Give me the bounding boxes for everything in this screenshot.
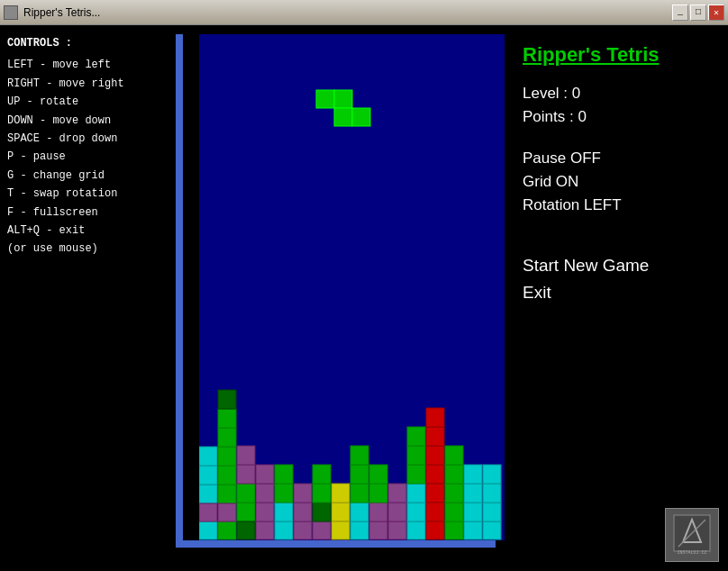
svg-rect-10: [218, 447, 236, 466]
svg-rect-59: [350, 465, 369, 484]
svg-rect-25: [256, 465, 274, 484]
svg-rect-39: [426, 521, 444, 539]
svg-rect-19: [237, 521, 255, 539]
control-item: F - fullscreen: [7, 204, 159, 222]
svg-rect-44: [445, 446, 463, 465]
svg-rect-8: [218, 485, 236, 503]
svg-rect-54: [313, 484, 331, 503]
svg-rect-20: [237, 465, 255, 484]
svg-rect-41: [445, 503, 463, 521]
maximize-button[interactable]: □: [690, 5, 706, 21]
game-title: Ripper's Tetris: [523, 43, 714, 67]
control-item: UP - rotate: [7, 93, 159, 111]
svg-rect-2: [334, 108, 352, 126]
start-new-game-button[interactable]: Start New Game: [523, 256, 714, 276]
svg-rect-28: [275, 484, 293, 503]
svg-rect-64: [369, 465, 387, 484]
controls-list: LEFT - move leftRIGHT - move rightUP - r…: [7, 56, 159, 258]
logo-text: INSTALUJ.CZ: [677, 550, 706, 556]
controls-heading: CONTROLS :: [7, 34, 159, 52]
logo-svg: INSTALUJ.CZ: [669, 511, 714, 556]
level-display: Level : 0: [523, 85, 714, 103]
control-item: G - change grid: [7, 167, 159, 185]
svg-rect-63: [369, 484, 387, 503]
svg-rect-31: [332, 484, 350, 503]
svg-rect-40: [445, 521, 463, 539]
controls-panel: CONTROLS : LEFT - move leftRIGHT - move …: [0, 25, 167, 571]
svg-rect-35: [426, 427, 444, 446]
svg-rect-22: [256, 521, 274, 539]
control-item: T - swap rotation: [7, 185, 159, 203]
control-item: ALT+Q - exit: [7, 222, 159, 240]
svg-rect-65: [388, 521, 406, 539]
svg-rect-1: [334, 90, 352, 108]
svg-rect-74: [483, 521, 501, 539]
svg-rect-9: [218, 466, 236, 485]
svg-rect-46: [464, 503, 482, 521]
svg-rect-30: [332, 503, 350, 521]
svg-rect-24: [256, 484, 274, 503]
app-icon: [4, 5, 18, 20]
svg-rect-52: [313, 521, 331, 539]
grid-status[interactable]: Grid ON: [523, 173, 714, 191]
svg-rect-5: [199, 466, 217, 485]
svg-rect-29: [275, 465, 293, 484]
svg-rect-68: [407, 521, 425, 539]
pause-status[interactable]: Pause OFF: [523, 150, 714, 168]
svg-rect-50: [294, 503, 312, 521]
svg-rect-67: [388, 484, 406, 503]
svg-rect-17: [237, 503, 255, 521]
svg-rect-34: [426, 446, 444, 465]
svg-rect-16: [218, 503, 236, 521]
svg-rect-33: [426, 465, 444, 484]
svg-rect-48: [464, 465, 482, 484]
svg-rect-0: [316, 90, 334, 108]
titlebar-title: Ripper's Tetris...: [23, 6, 100, 19]
svg-rect-55: [313, 465, 331, 484]
control-item: (or use mouse): [7, 240, 159, 258]
instaluj-logo: INSTALUJ.CZ: [665, 508, 719, 562]
board-inner: [199, 34, 505, 540]
svg-rect-38: [426, 503, 444, 521]
svg-rect-77: [483, 465, 501, 484]
main-content: CONTROLS : LEFT - move leftRIGHT - move …: [0, 25, 728, 571]
exit-button[interactable]: Exit: [523, 283, 714, 303]
board-border: [176, 34, 496, 548]
control-item: LEFT - move left: [7, 56, 159, 74]
svg-rect-15: [199, 503, 217, 521]
titlebar-left: Ripper's Tetris...: [4, 5, 100, 20]
svg-rect-13: [218, 521, 236, 539]
svg-rect-21: [237, 446, 255, 465]
svg-rect-61: [369, 521, 387, 539]
svg-rect-58: [350, 484, 369, 503]
svg-rect-57: [350, 503, 369, 521]
svg-rect-32: [332, 521, 350, 539]
svg-rect-69: [407, 503, 425, 521]
svg-rect-12: [218, 409, 236, 428]
svg-rect-11: [218, 428, 236, 447]
title-bar: Ripper's Tetris... _ □ ✕: [0, 0, 728, 25]
svg-rect-62: [369, 503, 387, 521]
svg-rect-18: [237, 484, 255, 503]
svg-rect-26: [275, 521, 293, 539]
svg-rect-66: [388, 503, 406, 521]
svg-rect-56: [350, 521, 369, 539]
svg-rect-72: [407, 446, 425, 465]
points-display: Points : 0: [523, 108, 714, 126]
svg-rect-23: [256, 503, 274, 521]
right-panel: Ripper's Tetris Level : 0 Points : 0 Pau…: [509, 25, 728, 571]
svg-rect-47: [464, 484, 482, 503]
control-item: SPACE - drop down: [7, 130, 159, 148]
svg-rect-71: [407, 465, 425, 484]
svg-rect-43: [445, 465, 463, 484]
svg-rect-7: [199, 521, 217, 539]
titlebar-buttons: _ □ ✕: [672, 5, 724, 21]
rotation-status[interactable]: Rotation LEFT: [523, 196, 714, 214]
svg-rect-6: [199, 447, 217, 466]
control-item: DOWN - move down: [7, 112, 159, 130]
control-item: RIGHT - move right: [7, 75, 159, 93]
close-button[interactable]: ✕: [708, 5, 724, 21]
svg-rect-51: [294, 484, 312, 503]
minimize-button[interactable]: _: [672, 5, 688, 21]
svg-rect-75: [483, 503, 501, 521]
